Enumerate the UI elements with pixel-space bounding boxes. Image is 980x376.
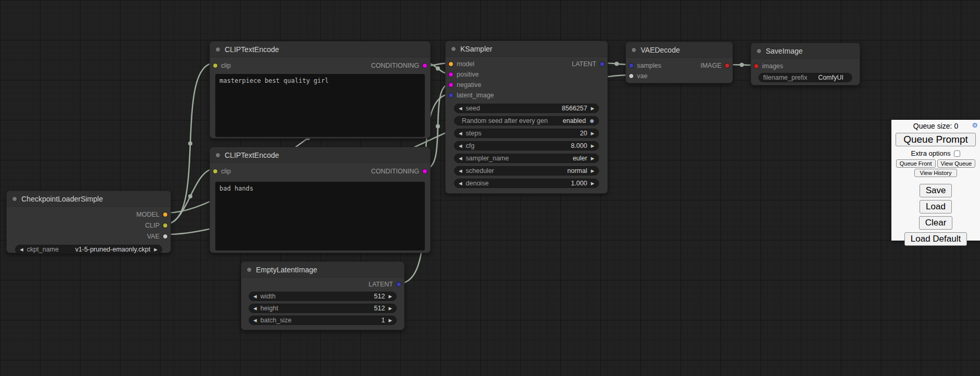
- clip-output-label: CLIP: [145, 222, 160, 229]
- increment-arrow-icon[interactable]: ▶: [591, 131, 594, 136]
- node-status-icon: [631, 47, 636, 53]
- prev-option-arrow-icon[interactable]: ◀: [459, 169, 462, 173]
- height-widget[interactable]: ◀ height 512 ▶: [249, 304, 397, 313]
- node-title-bar[interactable]: KSampler: [446, 41, 607, 57]
- batch-size-widget[interactable]: ◀ batch_size 1 ▶: [249, 316, 397, 325]
- conditioning-output-slot[interactable]: [422, 63, 427, 68]
- node-title: SaveImage: [766, 47, 803, 55]
- increment-arrow-icon[interactable]: ▶: [388, 306, 392, 311]
- next-option-arrow-icon[interactable]: ▶: [591, 156, 594, 161]
- settings-gear-icon[interactable]: ⚙: [972, 121, 978, 129]
- clip-input-slot[interactable]: [213, 169, 218, 174]
- images-input-slot[interactable]: [754, 64, 759, 69]
- scheduler-widget[interactable]: ◀ scheduler normal ▶: [454, 166, 599, 176]
- toggle-state-icon[interactable]: [590, 119, 594, 123]
- filename-prefix-widget[interactable]: filename_prefix ComfyUI: [758, 73, 852, 82]
- node-status-icon: [215, 153, 220, 158]
- latent-output-slot[interactable]: [396, 282, 401, 287]
- widget-label: height: [261, 305, 278, 312]
- decrement-arrow-icon[interactable]: ◀: [459, 181, 462, 186]
- positive-prompt-textarea[interactable]: masterpiece best quality girl: [215, 74, 425, 137]
- node-status-icon: [12, 196, 17, 202]
- prev-option-arrow-icon[interactable]: ◀: [459, 156, 462, 161]
- node-title-bar[interactable]: EmptyLatentImage: [241, 262, 404, 278]
- save-button[interactable]: Save: [920, 184, 952, 197]
- image-output-slot[interactable]: [725, 63, 730, 68]
- empty-latent-image-node[interactable]: EmptyLatentImage LATENT ◀ width 512 ▶ ◀ …: [241, 261, 405, 330]
- ksampler-node[interactable]: KSampler model LATENT positive negative: [445, 41, 608, 194]
- node-title-bar[interactable]: SaveImage: [751, 43, 860, 59]
- load-button[interactable]: Load: [920, 200, 952, 214]
- widget-value: 512: [374, 305, 385, 312]
- sampler-name-widget[interactable]: ◀ sampler_name euler ▶: [454, 154, 599, 163]
- next-option-arrow-icon[interactable]: ▶: [154, 247, 157, 252]
- queue-prompt-button[interactable]: Queue Prompt: [896, 133, 976, 146]
- clip-input-label: clip: [221, 62, 231, 69]
- load-default-button[interactable]: Load Default: [904, 232, 967, 246]
- widget-label: steps: [466, 130, 482, 137]
- extra-options-checkbox[interactable]: [954, 151, 960, 157]
- widget-value: ComfyUI: [818, 74, 843, 81]
- prev-option-arrow-icon[interactable]: ◀: [20, 247, 23, 252]
- node-title: CLIPTextEncode: [225, 45, 279, 54]
- latent-output-slot[interactable]: [599, 61, 605, 67]
- ckpt-name-widget[interactable]: ◀ ckpt_name v1-5-pruned-emaonly.ckpt ▶: [15, 245, 162, 254]
- comfyui-canvas[interactable]: { "icons": { "arrow_left": "◀", "arrow_r…: [0, 0, 980, 376]
- decrement-arrow-icon[interactable]: ◀: [459, 131, 462, 136]
- samples-input-slot[interactable]: [629, 63, 634, 68]
- node-title-bar[interactable]: CheckpointLoaderSimple: [7, 191, 170, 207]
- vae-output-slot[interactable]: [163, 234, 168, 239]
- latent-image-input-slot[interactable]: [448, 93, 454, 98]
- steps-widget[interactable]: ◀ steps 20 ▶: [454, 129, 599, 138]
- view-history-button[interactable]: View History: [914, 169, 958, 177]
- link-midpoint-dot: [436, 124, 440, 129]
- clip-text-encode-negative-node[interactable]: CLIPTextEncode clip CONDITIONING bad han…: [210, 147, 431, 253]
- seed-widget[interactable]: ◀ seed 8566257 ▶: [454, 104, 599, 113]
- cfg-widget[interactable]: ◀ cfg 8.000 ▶: [454, 141, 599, 151]
- model-output-slot[interactable]: [163, 212, 168, 217]
- widget-label: batch_size: [261, 317, 292, 324]
- view-queue-button[interactable]: View Queue: [937, 159, 976, 168]
- widget-value: 8566257: [562, 105, 587, 112]
- save-image-node[interactable]: SaveImage images filename_prefix ComfyUI: [751, 43, 860, 85]
- widget-label: seed: [466, 105, 480, 112]
- increment-arrow-icon[interactable]: ▶: [591, 181, 594, 186]
- random-seed-toggle-widget[interactable]: Random seed after every gen enabled: [454, 116, 599, 126]
- decrement-arrow-icon[interactable]: ◀: [253, 294, 257, 299]
- widget-value: 512: [374, 293, 385, 300]
- increment-arrow-icon[interactable]: ▶: [591, 144, 594, 148]
- decrement-arrow-icon[interactable]: ◀: [253, 318, 257, 323]
- conditioning-output-slot[interactable]: [422, 169, 427, 174]
- images-input-label: images: [762, 62, 783, 70]
- clip-input-slot[interactable]: [213, 63, 218, 68]
- next-option-arrow-icon[interactable]: ▶: [591, 169, 594, 173]
- clip-output-slot[interactable]: [163, 223, 168, 228]
- checkpoint-loader-node[interactable]: CheckpointLoaderSimple MODEL CLIP VAE ◀ …: [6, 191, 171, 253]
- model-output-label: MODEL: [137, 211, 160, 218]
- increment-arrow-icon[interactable]: ▶: [388, 318, 392, 323]
- clear-button[interactable]: Clear: [919, 216, 953, 230]
- decrement-arrow-icon[interactable]: ◀: [459, 106, 462, 111]
- vae-output-label: VAE: [147, 233, 160, 240]
- vae-input-slot[interactable]: [629, 73, 634, 79]
- vae-input-label: vae: [637, 72, 647, 80]
- node-title: EmptyLatentImage: [256, 266, 317, 274]
- width-widget[interactable]: ◀ width 512 ▶: [249, 292, 397, 301]
- link-midpoint-dot: [188, 194, 192, 198]
- decrement-arrow-icon[interactable]: ◀: [253, 306, 257, 311]
- increment-arrow-icon[interactable]: ▶: [388, 294, 392, 299]
- node-title-bar[interactable]: CLIPTextEncode: [210, 42, 430, 57]
- positive-input-slot[interactable]: [448, 72, 454, 77]
- model-input-slot[interactable]: [448, 61, 454, 67]
- decrement-arrow-icon[interactable]: ◀: [459, 144, 462, 148]
- node-title-bar[interactable]: VAEDecode: [626, 42, 732, 58]
- node-title-bar[interactable]: CLIPTextEncode: [210, 147, 430, 163]
- widget-label: denoise: [466, 180, 489, 187]
- negative-prompt-textarea[interactable]: bad hands: [215, 182, 425, 250]
- negative-input-slot[interactable]: [448, 82, 454, 87]
- clip-text-encode-positive-node[interactable]: CLIPTextEncode clip CONDITIONING masterp…: [210, 41, 431, 139]
- denoise-widget[interactable]: ◀ denoise 1.000 ▶: [454, 179, 599, 188]
- vae-decode-node[interactable]: VAEDecode samples IMAGE vae: [626, 42, 733, 83]
- queue-front-button[interactable]: Queue Front: [896, 159, 936, 168]
- increment-arrow-icon[interactable]: ▶: [591, 106, 594, 111]
